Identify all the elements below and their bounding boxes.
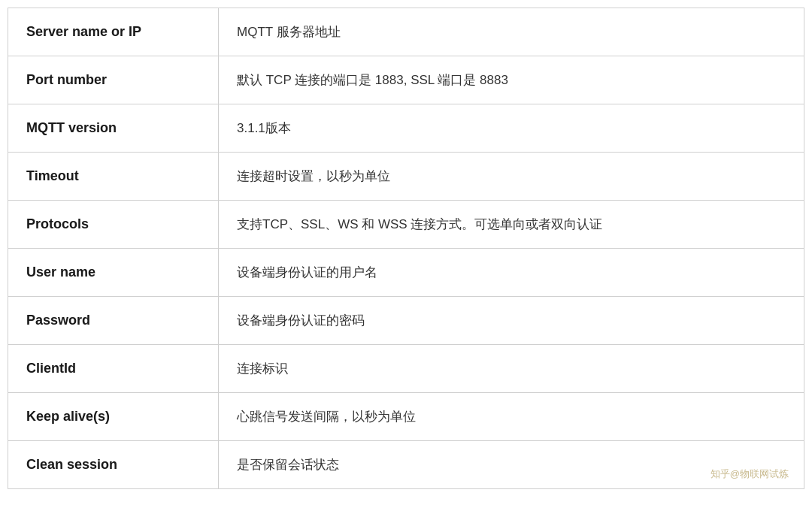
param-key: Password <box>8 297 219 345</box>
param-value: 连接超时设置，以秒为单位 <box>219 153 804 201</box>
param-key: User name <box>8 249 219 297</box>
table-row: Password设备端身份认证的密码 <box>8 297 804 345</box>
param-value: 设备端身份认证的用户名 <box>219 249 804 297</box>
param-key: Server name or IP <box>8 8 219 56</box>
table-row: Clean session是否保留会话状态知乎@物联网试炼 <box>8 441 804 489</box>
mqtt-params-table: Server name or IPMQTT 服务器地址Port number默认… <box>8 8 804 489</box>
param-key: Port number <box>8 56 219 104</box>
param-value: 连接标识 <box>219 345 804 393</box>
page-container: Server name or IPMQTT 服务器地址Port number默认… <box>0 0 812 532</box>
param-key: MQTT version <box>8 104 219 153</box>
watermark-text: 知乎@物联网试炼 <box>710 467 789 481</box>
table-row: Protocols支持TCP、SSL、WS 和 WSS 连接方式。可选单向或者双… <box>8 201 804 249</box>
param-key: Clean session <box>8 441 219 489</box>
param-key: Keep alive(s) <box>8 393 219 441</box>
param-key: ClientId <box>8 345 219 393</box>
table-row: Timeout连接超时设置，以秒为单位 <box>8 153 804 201</box>
param-value: 默认 TCP 连接的端口是 1883, SSL 端口是 8883 <box>219 56 804 104</box>
param-value: 是否保留会话状态知乎@物联网试炼 <box>219 441 804 489</box>
table-row: Server name or IPMQTT 服务器地址 <box>8 8 804 56</box>
param-key: Protocols <box>8 201 219 249</box>
table-row: MQTT version3.1.1版本 <box>8 104 804 153</box>
param-value: 支持TCP、SSL、WS 和 WSS 连接方式。可选单向或者双向认证 <box>219 201 804 249</box>
table-row: Keep alive(s)心跳信号发送间隔，以秒为单位 <box>8 393 804 441</box>
table-row: ClientId连接标识 <box>8 345 804 393</box>
param-key: Timeout <box>8 153 219 201</box>
param-value: 心跳信号发送间隔，以秒为单位 <box>219 393 804 441</box>
param-value: 设备端身份认证的密码 <box>219 297 804 345</box>
table-row: User name设备端身份认证的用户名 <box>8 249 804 297</box>
param-value: MQTT 服务器地址 <box>219 8 804 56</box>
table-row: Port number默认 TCP 连接的端口是 1883, SSL 端口是 8… <box>8 56 804 104</box>
param-value: 3.1.1版本 <box>219 104 804 153</box>
